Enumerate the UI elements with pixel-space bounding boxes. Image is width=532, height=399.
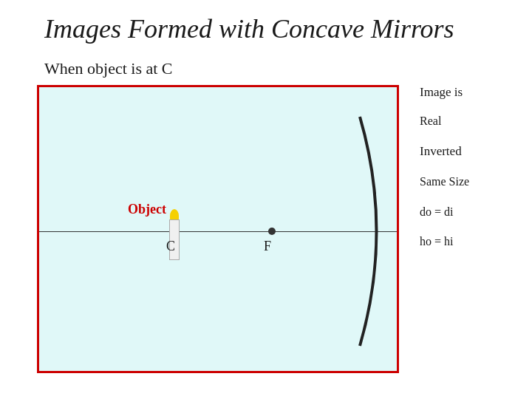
mirror-arc bbox=[352, 109, 397, 353]
label-f: F bbox=[264, 239, 271, 254]
diagram-area: Object C F bbox=[37, 85, 399, 373]
image-property-real: Real bbox=[420, 113, 516, 129]
image-property-same-size: Same Size bbox=[420, 174, 516, 190]
focal-point-dot bbox=[268, 228, 276, 235]
image-property-do-di: do = di bbox=[420, 204, 516, 220]
principal-axis bbox=[39, 231, 397, 232]
page-title: Images Formed with Concave Mirrors bbox=[44, 13, 454, 44]
image-is-header: Image is bbox=[420, 85, 516, 100]
object-label: Object bbox=[128, 202, 166, 217]
image-info-panel: Image is Real Inverted Same Size do = di… bbox=[420, 85, 516, 263]
image-property-inverted: Inverted bbox=[420, 143, 516, 160]
subtitle: When object is at C bbox=[44, 59, 173, 78]
image-property-ho-hi: ho = hi bbox=[420, 233, 516, 250]
label-c: C bbox=[166, 239, 175, 254]
